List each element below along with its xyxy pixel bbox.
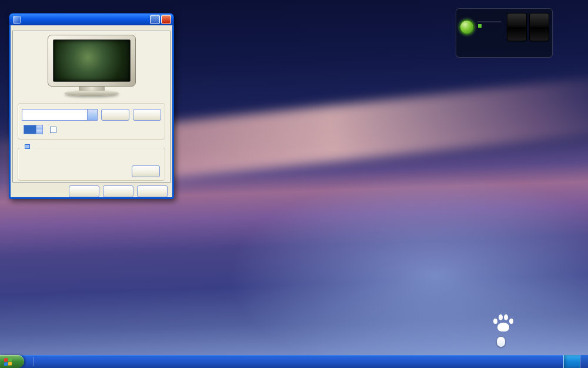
monitor-screen-preview	[53, 39, 131, 82]
start-button[interactable]	[0, 355, 24, 368]
password-checkbox[interactable]	[50, 127, 56, 133]
apply-button[interactable]	[137, 185, 168, 197]
system-tray	[563, 355, 580, 368]
wait-input[interactable]	[24, 125, 43, 134]
cancel-button[interactable]	[103, 185, 133, 197]
display-properties-dialog	[9, 13, 174, 199]
monitor-bezel	[48, 35, 136, 87]
monitor-power-group-label	[22, 144, 34, 149]
baidu-paw-icon	[493, 313, 514, 333]
sky-glow	[212, 165, 588, 368]
dialog-titlebar[interactable]	[9, 13, 174, 25]
help-button[interactable]	[150, 15, 160, 24]
power-button[interactable]	[132, 165, 160, 177]
dialog-button-row	[12, 183, 171, 197]
settings-button[interactable]	[101, 109, 129, 121]
screensaver-group	[18, 103, 165, 140]
show-desktop-button[interactable]	[580, 355, 588, 368]
monitor-base	[65, 91, 119, 96]
screensaver-tab-page	[12, 31, 171, 183]
dialog-body	[9, 25, 174, 199]
close-button[interactable]	[161, 15, 171, 24]
widget-badge	[478, 24, 502, 28]
spin-down-icon[interactable]	[36, 130, 42, 134]
network-speed-ball-icon[interactable]	[459, 19, 475, 35]
flip-clock-digit	[529, 13, 549, 41]
tab-strip	[12, 27, 171, 31]
screensaver-select[interactable]	[22, 109, 98, 121]
ime-language-bar[interactable]	[497, 337, 505, 347]
power-scheme-icon	[25, 144, 30, 149]
chevron-down-icon[interactable]	[87, 110, 97, 120]
monitor-neck	[79, 87, 105, 91]
taskbar-divider	[34, 357, 34, 366]
clock-widget	[456, 8, 553, 58]
flip-clock-digit	[507, 13, 527, 41]
spin-up-icon[interactable]	[36, 125, 42, 130]
screensaver-preview-monitor	[42, 35, 142, 96]
preview-button[interactable]	[133, 109, 161, 121]
ok-button[interactable]	[69, 185, 99, 197]
taskbar	[0, 355, 588, 368]
network-speed	[477, 21, 502, 22]
wait-value	[24, 125, 36, 134]
baidu-watermark	[493, 313, 521, 335]
display-properties-icon	[13, 16, 21, 24]
desktop: { "dialog": { "title": "显示 属性", "help_gl…	[0, 0, 588, 368]
windows-flag-icon	[4, 357, 12, 366]
monitor-power-group	[18, 148, 165, 181]
